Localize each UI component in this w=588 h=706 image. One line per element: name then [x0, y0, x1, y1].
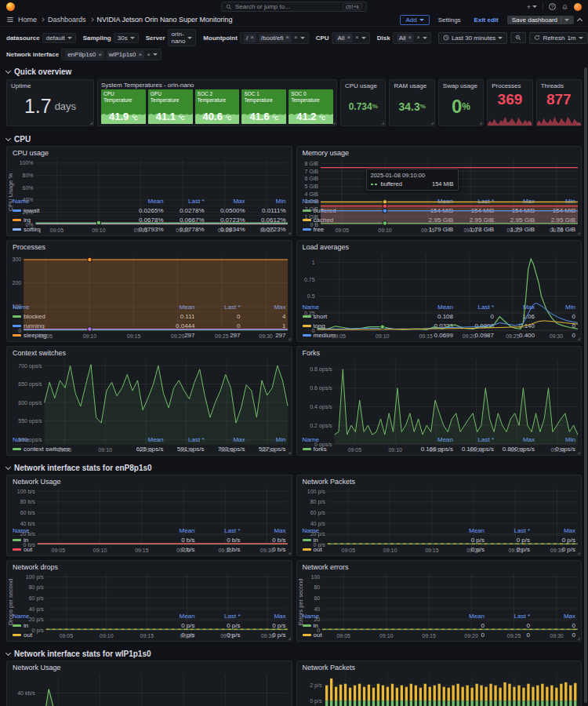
- memory-usage-chart[interactable]: 0 B1 GiB2 GiB3 GiB4 GiB5 GiB6 GiB7 GiB8 …: [297, 157, 582, 197]
- chevron-right-icon: [89, 17, 94, 22]
- panel-title[interactable]: Memory usage: [297, 147, 582, 157]
- grafana-logo-icon[interactable]: [6, 2, 15, 11]
- section-quick-overview[interactable]: Quick overview: [0, 64, 588, 78]
- remove-icon[interactable]: ×: [139, 52, 143, 58]
- network-errors-chart[interactable]: Errors per second02040608010009:0509:100…: [297, 571, 582, 612]
- svg-text:09:30: 09:30: [550, 447, 564, 453]
- network-drops-chart[interactable]: Drops per second0 p/s20 p/s40 p/s60 p/s8…: [7, 571, 292, 612]
- remove-icon[interactable]: ×: [250, 35, 254, 41]
- chart-svg: 00.250.50.75109:0509:1009:1509:2009:2509…: [297, 251, 582, 340]
- network-packets-chart[interactable]: 0 p/s20 p/s40 p/s60 p/s80 p/s100 p/s09:0…: [297, 486, 582, 526]
- var-cpu[interactable]: CPU All× ×: [316, 32, 370, 44]
- panel-cpu-usage-stat[interactable]: CPU usage 0.734%: [340, 79, 386, 126]
- forks-chart[interactable]: 0 ops/s0.2 ops/s0.4 ops/s0.6 ops/s0.8 op…: [297, 357, 582, 435]
- selected-option-chip[interactable]: /×: [244, 34, 256, 42]
- panel-threads-stat[interactable]: Threads 877: [536, 79, 582, 126]
- menu-icon[interactable]: [6, 16, 14, 24]
- cpu-usage-chart[interactable]: CPU Usage %0%20%40%60%80%100%09:0509:100…: [7, 157, 292, 197]
- clear-all-icon[interactable]: ×: [294, 35, 298, 41]
- scrollbar[interactable]: [584, 67, 587, 703]
- panel-ram-usage-stat[interactable]: RAM usage 34.3%: [389, 79, 434, 126]
- load-averages-chart[interactable]: 00.250.50.75109:0509:1009:1509:2009:2509…: [297, 251, 582, 303]
- help-icon[interactable]: ?: [549, 3, 556, 10]
- time-range-picker[interactable]: Last 30 minutes: [438, 32, 507, 44]
- processes-chart[interactable]: 010020030009:0509:1009:1509:2009:2509:30: [7, 251, 292, 303]
- svg-text:09:05: 09:05: [347, 447, 361, 453]
- panel-processes-stat[interactable]: Processes 369: [487, 79, 532, 126]
- svg-text:09:25: 09:25: [506, 633, 521, 639]
- selected-option-chip[interactable]: All×: [336, 34, 354, 42]
- section-cpu[interactable]: CPU: [0, 131, 588, 146]
- var-sampling[interactable]: Sampling 30s: [83, 33, 139, 43]
- temp-cell-gpu: GPU Temperature41.1 °C: [148, 89, 193, 124]
- add-menu-button[interactable]: +: [527, 3, 537, 11]
- remove-icon[interactable]: ×: [408, 35, 412, 41]
- panel-title[interactable]: Network Packets: [297, 661, 582, 671]
- section-network-wlp1p1s0[interactable]: Network interface stats for wlP1p1s0: [0, 646, 588, 661]
- selected-option-chip[interactable]: wlP1p1s0×: [107, 50, 144, 59]
- network-usage-wl-chart[interactable]: 0 b/s20 kb/s40 kb/s09:0509:1009:1509:200…: [7, 671, 292, 706]
- clear-all-icon[interactable]: ×: [355, 35, 359, 41]
- panel-uptime[interactable]: Uptime 1.7days: [6, 79, 94, 126]
- panel-title[interactable]: Network drops: [7, 561, 292, 571]
- var-server[interactable]: Server orin-nano: [146, 29, 197, 46]
- avatar[interactable]: [574, 3, 582, 11]
- panel-network-usage-en: Network Usage 0 b/s20 b/s40 b/s60 b/s80 …: [6, 475, 292, 556]
- var-network-interface[interactable]: Network interface enP8p1s0× wlP1p1s0× ×: [6, 49, 162, 60]
- svg-text:0: 0: [18, 328, 21, 333]
- breadcrumb-dashboards[interactable]: Dashboards: [48, 16, 86, 24]
- network-packets-wl-chart[interactable]: -4 p/s-2 p/s0 p/s2 p/s09:0509:1009:1509:…: [297, 671, 582, 706]
- svg-text:100%: 100%: [20, 160, 34, 166]
- add-button[interactable]: Add: [400, 15, 429, 25]
- context-switches-chart[interactable]: 500 ops/s550 ops/s600 ops/s650 ops/s700 …: [7, 357, 292, 435]
- panel-system-temperatures[interactable]: System Temperatures - orin-nano CPU Temp…: [97, 79, 337, 126]
- var-datasource[interactable]: datasource default: [6, 33, 76, 43]
- selected-option-chip[interactable]: /boot/efi×: [259, 34, 292, 42]
- svg-text:0: 0: [311, 328, 314, 333]
- panel-title[interactable]: Network Usage: [7, 661, 292, 671]
- settings-button[interactable]: Settings: [434, 16, 466, 24]
- svg-text:0%: 0%: [25, 222, 33, 227]
- exit-edit-button[interactable]: Exit edit: [470, 16, 503, 24]
- chevron-down-icon: [419, 19, 424, 21]
- svg-text:09:30: 09:30: [261, 633, 275, 639]
- panel-swap-usage-stat[interactable]: Swap usage 0%: [438, 79, 484, 126]
- save-dashboard-button[interactable]: Save dashboard: [507, 16, 574, 24]
- breadcrumb-home[interactable]: Home: [18, 16, 37, 24]
- panel-title[interactable]: Network Usage: [7, 475, 292, 486]
- bell-icon[interactable]: [561, 3, 568, 10]
- selected-option-chip[interactable]: All×: [397, 34, 415, 42]
- svg-text:09:30: 09:30: [550, 633, 564, 639]
- remove-icon[interactable]: ×: [98, 52, 102, 58]
- hover-point: [383, 200, 387, 205]
- panel-title[interactable]: Network Packets: [297, 475, 582, 486]
- selected-option-chip[interactable]: enP8p1s0×: [65, 50, 104, 59]
- panel-title[interactable]: Processes: [7, 241, 292, 251]
- chevron-down-icon: [532, 5, 537, 8]
- clear-all-icon[interactable]: ×: [416, 35, 420, 41]
- section-network-enp8p1s0[interactable]: Network interface stats for enP8p1s0: [0, 460, 588, 475]
- refresh-button[interactable]: Refresh 1m: [529, 32, 587, 44]
- var-disk[interactable]: Disk All× ×: [377, 32, 431, 44]
- svg-text:09:20: 09:20: [463, 227, 477, 233]
- svg-text:6 GiB: 6 GiB: [304, 176, 318, 181]
- remove-icon[interactable]: ×: [285, 35, 289, 41]
- zoom-out-time-button[interactable]: [510, 32, 526, 43]
- svg-text:09:15: 09:15: [127, 333, 141, 339]
- panel-title: System Temperatures - orin-nano: [101, 82, 333, 89]
- svg-text:09:10: 09:10: [388, 447, 402, 453]
- remove-icon[interactable]: ×: [347, 35, 350, 41]
- network-usage-chart[interactable]: 0 b/s20 b/s40 b/s60 b/s80 b/s100 b/s09:0…: [7, 486, 292, 526]
- processes-value: 369: [498, 91, 523, 108]
- panel-title[interactable]: Network errors: [297, 561, 582, 571]
- panel-title[interactable]: Context switches: [7, 347, 292, 357]
- svg-text:09:25: 09:25: [510, 447, 524, 453]
- collapse-nav-icon[interactable]: [577, 17, 583, 23]
- svg-text:09:15: 09:15: [429, 447, 443, 453]
- panel-title[interactable]: Load averages: [297, 241, 582, 251]
- panel-title[interactable]: Forks: [297, 347, 582, 357]
- var-mountpoint[interactable]: Mountpoint /× /boot/efi× ×: [203, 32, 308, 44]
- panel-title[interactable]: CPU usage: [7, 147, 292, 157]
- clear-all-icon[interactable]: ×: [147, 52, 151, 58]
- search-input[interactable]: Search or jump to... ctrl+k: [221, 2, 367, 12]
